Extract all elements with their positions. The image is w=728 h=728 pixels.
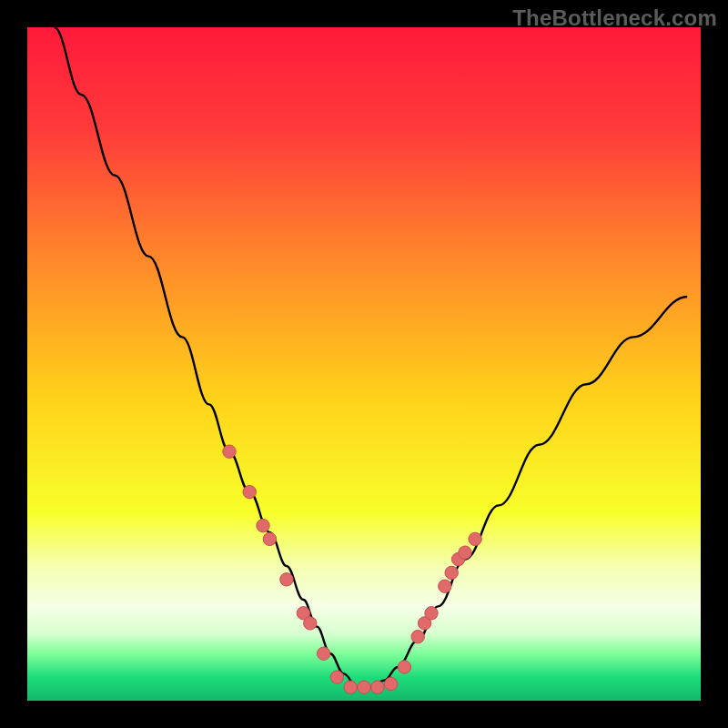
data-point bbox=[257, 519, 269, 531]
gradient-bg bbox=[27, 27, 701, 701]
data-point bbox=[330, 671, 343, 683]
data-point bbox=[439, 580, 451, 592]
data-point bbox=[304, 617, 317, 630]
data-point bbox=[243, 485, 256, 498]
data-point bbox=[469, 532, 481, 545]
plot-area bbox=[27, 27, 701, 701]
data-point bbox=[223, 445, 236, 458]
data-point bbox=[425, 607, 438, 620]
data-point bbox=[398, 661, 410, 673]
data-point bbox=[371, 681, 384, 693]
chart-frame: TheBottleneck.com bbox=[0, 0, 728, 728]
data-point bbox=[445, 566, 458, 579]
data-point bbox=[280, 573, 293, 586]
data-point bbox=[459, 546, 471, 559]
data-point bbox=[263, 532, 276, 545]
data-point bbox=[411, 631, 424, 643]
data-point bbox=[344, 681, 357, 693]
chart-svg bbox=[27, 27, 701, 701]
data-point bbox=[317, 647, 329, 660]
watermark-label: TheBottleneck.com bbox=[512, 5, 717, 31]
data-point bbox=[384, 677, 397, 690]
data-point bbox=[358, 681, 370, 693]
